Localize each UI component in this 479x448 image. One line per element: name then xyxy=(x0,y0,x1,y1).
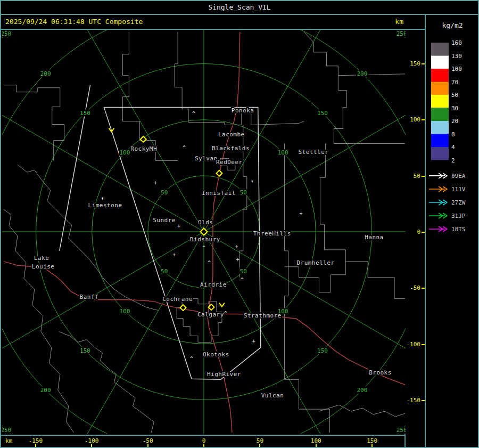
radar-id-label: 31JP xyxy=(451,213,466,219)
color-swatch-label: 8 xyxy=(451,131,455,138)
color-swatch xyxy=(431,95,449,108)
right-axis-label: -150 xyxy=(401,397,420,404)
county-boundary xyxy=(345,262,405,299)
city-label: Drumheller xyxy=(297,259,335,266)
town-marker: + xyxy=(300,210,303,216)
city-label: Hanna xyxy=(365,234,384,241)
city-label: Stettler xyxy=(299,149,329,156)
town-marker: ^ xyxy=(241,277,244,283)
county-boundary xyxy=(285,143,288,345)
ring-distance-label: 250 xyxy=(2,427,11,434)
city-label: Cochrane xyxy=(162,296,193,303)
right-axis-unit-label: km xyxy=(382,15,403,29)
color-swatch xyxy=(431,43,449,56)
radial-line xyxy=(2,232,204,434)
color-swatch xyxy=(431,108,449,121)
color-swatch-label: 70 xyxy=(451,79,458,86)
ring-distance-label: 50 xyxy=(161,189,168,196)
town-marker: + xyxy=(252,338,255,344)
axis-tick xyxy=(422,119,425,120)
axis-tick xyxy=(35,444,36,447)
ring-distance-label: 200 xyxy=(357,70,367,77)
color-swatch-label: 50 xyxy=(451,92,458,99)
legend-panel: 1601301007050302084209EA111V27ZW31JP18TS xyxy=(426,15,479,448)
ring-distance-label: 200 xyxy=(357,387,367,394)
axis-tick xyxy=(316,444,317,447)
color-swatch-label: 100 xyxy=(451,66,462,72)
city-label: ThreeHills xyxy=(253,230,291,237)
city-label: Brooks xyxy=(369,369,392,376)
color-swatch-label: 130 xyxy=(451,53,462,60)
color-swatch xyxy=(431,56,449,69)
city-label: RockyMH xyxy=(130,145,157,152)
town-marker: ^ xyxy=(208,260,211,266)
axis-tick xyxy=(422,176,425,177)
county-boundary xyxy=(285,345,330,433)
axis-tick xyxy=(422,344,425,345)
ring-distance-label: 250 xyxy=(397,427,406,434)
ring-distance-label: 250 xyxy=(2,30,11,37)
scan-timestamp: 2025/09/24 06:31:48 UTC Composite xyxy=(5,15,143,29)
right-axis-label: 100 xyxy=(401,116,420,123)
town-marker: + xyxy=(177,223,180,229)
county-boundary xyxy=(59,332,154,433)
town-marker: + xyxy=(154,180,157,186)
town-marker: ^ xyxy=(192,111,195,117)
color-swatch-label: 4 xyxy=(451,144,455,151)
county-boundary xyxy=(319,405,405,417)
axis-tick xyxy=(371,444,373,447)
header-bar: 2025/09/24 06:31:48 UTC Composite km xyxy=(1,15,425,29)
county-boundary xyxy=(122,32,178,160)
county-boundary xyxy=(4,209,74,433)
ring-distance-label: 50 xyxy=(240,189,247,196)
city-label: Olds xyxy=(198,219,213,226)
color-swatch-label: 20 xyxy=(451,118,458,125)
city-label: Strathmore xyxy=(244,312,282,319)
radar-map[interactable]: 5010015020025050100150200250501001502002… xyxy=(2,30,406,434)
ring-distance-label: 200 xyxy=(40,70,51,77)
county-boundary xyxy=(304,32,406,76)
town-marker: + xyxy=(172,252,176,258)
radial-line xyxy=(2,232,204,434)
city-label: Sylvan xyxy=(195,155,218,162)
axis-tick xyxy=(147,444,148,447)
town-marker: ^ xyxy=(183,145,186,151)
town-marker: ^ xyxy=(202,245,205,251)
bottom-axis-unit-label: km xyxy=(5,437,12,444)
color-swatch-label: 30 xyxy=(451,105,458,112)
color-swatch xyxy=(431,121,449,134)
axis-tick xyxy=(422,288,425,289)
town-marker: + xyxy=(235,244,238,250)
city-label: Lake xyxy=(34,255,49,262)
right-axis-label: 150 xyxy=(401,60,420,67)
city-label: Blackfalds xyxy=(212,145,250,152)
radar-site-marker xyxy=(141,136,146,142)
axis-tick xyxy=(422,232,425,233)
town-marker: * xyxy=(101,197,104,202)
map-bottom-border xyxy=(1,435,406,436)
city-label: Didsbury xyxy=(190,236,220,243)
city-label: Innisfail xyxy=(202,190,236,197)
axis-tick xyxy=(259,444,260,447)
ring-distance-label: 150 xyxy=(317,347,328,354)
color-swatch xyxy=(431,82,449,95)
ring-distance-label: 100 xyxy=(119,149,130,156)
town-marker: ^ xyxy=(224,311,227,316)
city-label: Airdrie xyxy=(200,281,227,288)
city-label: HighRiver xyxy=(207,371,241,378)
ring-distance-label: 150 xyxy=(80,110,90,117)
city-label: Banff xyxy=(80,294,99,300)
town-marker: + xyxy=(236,257,240,263)
city-label: Ponoka xyxy=(232,107,254,114)
right-axis-label: -50 xyxy=(401,284,420,291)
app-window: Single_Scan_VIL 2025/09/24 06:31:48 UTC … xyxy=(0,0,479,448)
city-label: Okotoks xyxy=(203,351,229,358)
ring-distance-label: 100 xyxy=(119,308,130,315)
radar-id-label: 111V xyxy=(451,186,466,193)
city-label: Calgary xyxy=(197,311,224,318)
county-boundary xyxy=(334,76,405,144)
ring-distance-label: 50 xyxy=(240,268,247,275)
ring-distance-label: 150 xyxy=(317,110,328,117)
town-marker: ^ xyxy=(190,356,193,362)
radar-id-label: 18TS xyxy=(451,226,466,233)
